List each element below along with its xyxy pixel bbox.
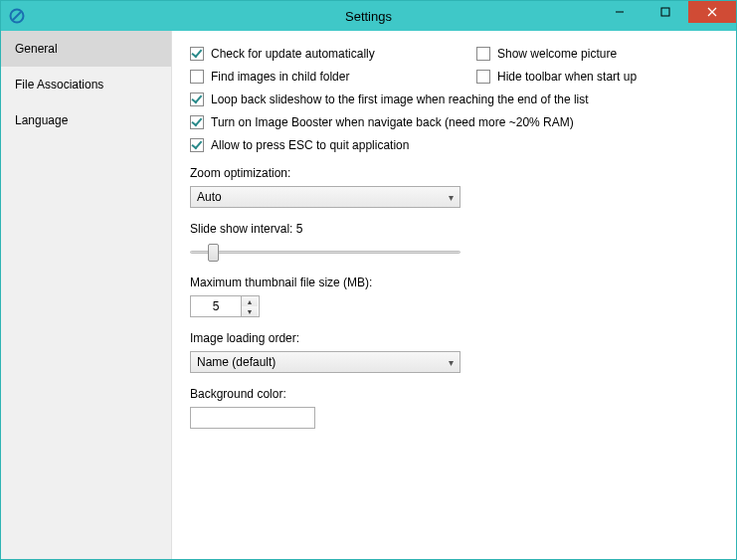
checkbox-loopback-label: Loop back slideshow to the first image w… — [211, 93, 589, 106]
loadorder-select-value: Name (default) — [197, 355, 276, 369]
titlebar: Settings — [1, 1, 736, 31]
zoom-select-value: Auto — [197, 190, 222, 204]
loadorder-select[interactable]: Name (default) ▾ — [190, 351, 461, 373]
spinner-down-button[interactable]: ▼ — [242, 306, 258, 316]
chevron-down-icon: ▾ — [449, 357, 454, 368]
checkbox-booster[interactable] — [190, 115, 204, 129]
checkbox-update[interactable] — [190, 47, 204, 61]
sidebar: General File Associations Language — [1, 31, 172, 559]
spinner-up-button[interactable]: ▲ — [242, 296, 258, 306]
content-panel: Check for update automatically Show welc… — [172, 31, 736, 559]
checkbox-loopback[interactable] — [190, 93, 204, 106]
checkbox-welcome-label: Show welcome picture — [497, 47, 617, 61]
bgcolor-swatch[interactable] — [190, 407, 315, 429]
thumbsize-input[interactable] — [191, 296, 241, 316]
checkbox-childfolder-label: Find images in child folder — [211, 70, 349, 84]
checkbox-welcome[interactable] — [476, 47, 490, 61]
zoom-select[interactable]: Auto ▾ — [190, 186, 461, 208]
app-icon — [7, 6, 27, 26]
checkbox-esc-label: Allow to press ESC to quit application — [211, 138, 409, 152]
close-button[interactable] — [688, 1, 736, 23]
slider-thumb[interactable] — [208, 244, 219, 262]
slideshow-label: Slide show interval: 5 — [190, 222, 726, 236]
settings-window: Settings General File Associations Langu… — [0, 0, 737, 560]
thumbsize-label: Maximum thumbnail file size (MB): — [190, 276, 726, 289]
svg-line-1 — [13, 12, 21, 20]
zoom-label: Zoom optimization: — [190, 166, 726, 180]
checkbox-childfolder[interactable] — [190, 70, 204, 84]
chevron-down-icon: ▾ — [449, 192, 454, 203]
minimize-button[interactable] — [597, 1, 643, 23]
thumbsize-spinner[interactable]: ▲ ▼ — [190, 295, 260, 317]
slider-track — [190, 251, 461, 254]
window-body: General File Associations Language Check… — [1, 31, 736, 559]
checkbox-esc[interactable] — [190, 138, 204, 152]
checkbox-booster-label: Turn on Image Booster when navigate back… — [211, 115, 574, 129]
checkbox-hidetoolbar[interactable] — [476, 70, 490, 84]
sidebar-item-general[interactable]: General — [1, 31, 171, 67]
checkbox-hidetoolbar-label: Hide toolbar when start up — [497, 70, 637, 84]
checkbox-update-label: Check for update automatically — [211, 47, 375, 61]
window-controls — [597, 1, 736, 23]
sidebar-item-language[interactable]: Language — [1, 102, 171, 138]
maximize-button[interactable] — [643, 1, 688, 23]
bgcolor-label: Background color: — [190, 387, 726, 401]
svg-rect-3 — [661, 8, 669, 16]
slideshow-slider[interactable] — [190, 242, 461, 262]
sidebar-item-file-associations[interactable]: File Associations — [1, 67, 171, 102]
loadorder-label: Image loading order: — [190, 331, 726, 345]
